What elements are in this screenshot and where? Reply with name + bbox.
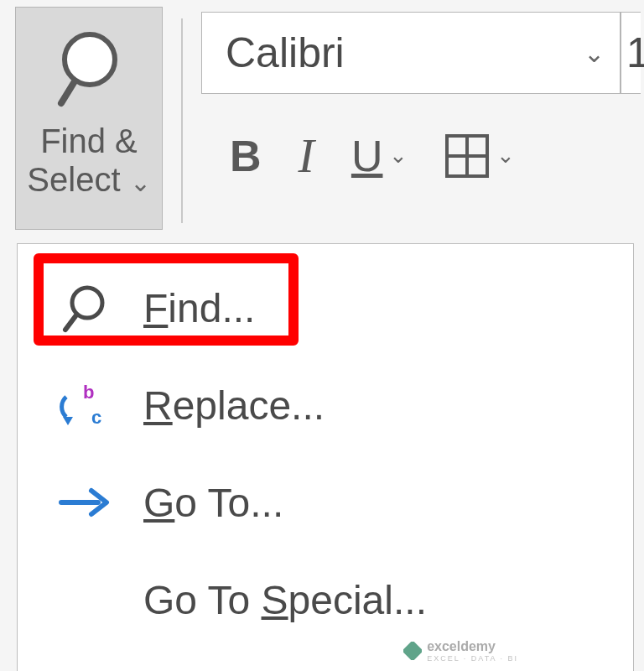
replace-icon: b c	[55, 382, 113, 429]
borders-button[interactable]: ⌄	[444, 133, 515, 179]
font-size-select[interactable]: 1	[621, 12, 641, 94]
menu-item-replace[interactable]: b c Replace...	[18, 356, 633, 454]
font-name-value: Calibri	[226, 29, 345, 77]
chevron-down-icon[interactable]: ⌄	[389, 143, 408, 169]
menu-item-find[interactable]: Find...	[18, 259, 633, 356]
find-icon	[55, 283, 113, 333]
chevron-down-icon: ⌄	[130, 169, 151, 196]
svg-point-0	[65, 34, 115, 85]
svg-line-1	[61, 81, 75, 103]
svg-rect-10	[403, 642, 422, 660]
menu-label: Find...	[143, 285, 255, 331]
find-and-select-button[interactable]: Find & Select ⌄	[15, 7, 163, 230]
format-buttons: B I U ⌄ ⌄	[201, 127, 644, 184]
bold-button[interactable]: B	[230, 131, 262, 181]
arrow-right-icon	[55, 486, 113, 519]
find-select-label: Find & Select ⌄	[27, 122, 150, 199]
borders-icon	[444, 133, 490, 179]
watermark: exceldemy EXCEL · DATA · BI	[403, 639, 518, 663]
menu-item-goto-special[interactable]: Go To Special...	[18, 551, 633, 648]
svg-text:c: c	[91, 407, 101, 428]
menu-item-goto[interactable]: Go To...	[18, 454, 633, 551]
underline-button[interactable]: U ⌄	[351, 131, 408, 181]
svg-text:b: b	[83, 382, 94, 403]
menu-label: Go To...	[143, 480, 283, 526]
chevron-down-icon[interactable]: ⌄	[584, 39, 605, 68]
magnifier-icon	[53, 23, 125, 115]
chevron-down-icon[interactable]: ⌄	[496, 143, 515, 169]
font-name-select[interactable]: Calibri ⌄	[201, 12, 621, 94]
watermark-brand: exceldemy	[427, 639, 496, 653]
font-group: Calibri ⌄ B I U ⌄ ⌄	[201, 7, 644, 184]
logo-icon	[403, 642, 422, 660]
menu-label: Replace...	[143, 382, 325, 429]
svg-point-5	[72, 288, 102, 318]
ribbon-section: Find & Select ⌄ Calibri ⌄ B I U ⌄ ⌄	[0, 0, 644, 243]
svg-line-6	[65, 316, 75, 330]
menu-label: Go To Special...	[143, 577, 427, 623]
watermark-tagline: EXCEL · DATA · BI	[427, 654, 518, 663]
font-size-value: 1	[626, 29, 644, 77]
find-select-menu: Find... b c Replace... Go To... Go To Sp…	[17, 243, 634, 671]
ribbon-divider	[181, 18, 183, 223]
italic-button[interactable]: I	[299, 127, 314, 184]
